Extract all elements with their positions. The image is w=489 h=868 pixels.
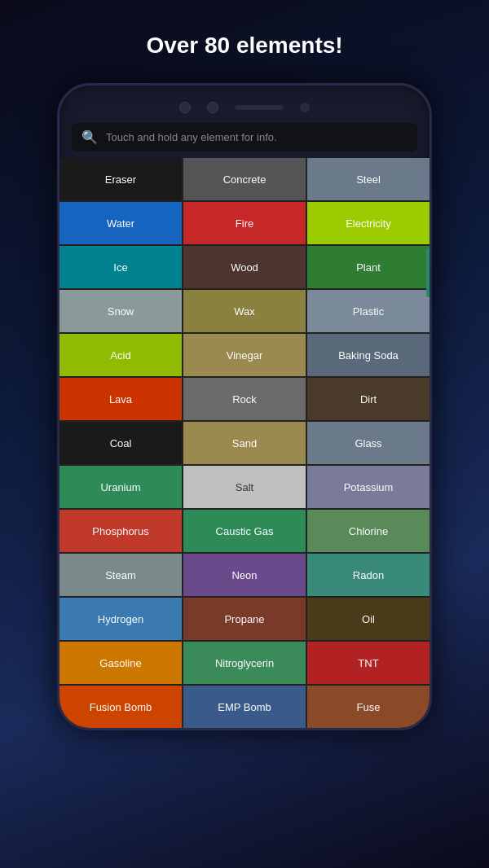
element-cell[interactable]: Caustic Gas xyxy=(183,510,306,552)
element-cell[interactable]: Glass xyxy=(307,422,430,464)
element-cell[interactable]: Chlorine xyxy=(307,510,430,552)
element-cell[interactable]: Uranium xyxy=(59,466,182,508)
phone-notch xyxy=(300,103,310,112)
element-cell[interactable]: Neon xyxy=(183,554,306,596)
element-cell[interactable]: Salt xyxy=(183,466,306,508)
element-cell[interactable]: EMP Bomb xyxy=(183,686,306,728)
page-title: Over 80 elements! xyxy=(146,33,342,59)
element-cell[interactable]: Vinegar xyxy=(183,334,306,376)
element-cell[interactable]: Eraser xyxy=(59,158,182,200)
phone-frame: 🔍 Touch and hold any element for info. E… xyxy=(57,83,432,730)
element-cell[interactable]: Sand xyxy=(183,422,306,464)
element-cell[interactable]: Nitroglycerin xyxy=(183,642,306,684)
search-hint: Touch and hold any element for info. xyxy=(106,131,277,143)
element-cell[interactable]: Steel xyxy=(307,158,430,200)
element-cell[interactable]: Gasoline xyxy=(59,642,182,684)
element-cell[interactable]: Phosphorus xyxy=(59,510,182,552)
element-cell[interactable]: Oil xyxy=(307,598,430,640)
side-accent xyxy=(426,248,430,297)
element-cell[interactable]: Potassium xyxy=(307,466,430,508)
search-icon: 🔍 xyxy=(82,129,98,145)
element-cell[interactable]: Coal xyxy=(59,422,182,464)
element-cell[interactable]: Steam xyxy=(59,554,182,596)
element-cell[interactable]: Concrete xyxy=(183,158,306,200)
search-bar: 🔍 Touch and hold any element for info. xyxy=(72,123,417,151)
element-cell[interactable]: Acid xyxy=(59,334,182,376)
element-cell[interactable]: Wax xyxy=(183,290,306,332)
speaker-bar xyxy=(235,105,284,110)
element-cell[interactable]: Fire xyxy=(183,202,306,244)
element-cell[interactable]: Fuse xyxy=(307,686,430,728)
element-cell[interactable]: TNT xyxy=(307,642,430,684)
element-cell[interactable]: Fusion Bomb xyxy=(59,686,182,728)
element-cell[interactable]: Plant xyxy=(307,246,430,288)
element-cell[interactable]: Rock xyxy=(183,378,306,420)
element-cell[interactable]: Hydrogen xyxy=(59,598,182,640)
elements-grid: EraserConcreteSteelWaterFireElectricityI… xyxy=(59,158,430,728)
element-cell[interactable]: Ice xyxy=(59,246,182,288)
element-cell[interactable]: Electricity xyxy=(307,202,430,244)
element-cell[interactable]: Lava xyxy=(59,378,182,420)
element-cell[interactable]: Propane xyxy=(183,598,306,640)
camera-right xyxy=(207,102,218,113)
element-cell[interactable]: Radon xyxy=(307,554,430,596)
camera-left xyxy=(179,102,191,113)
element-cell[interactable]: Plastic xyxy=(307,290,430,332)
phone-top-bar xyxy=(59,102,430,113)
element-cell[interactable]: Baking Soda xyxy=(307,334,430,376)
element-cell[interactable]: Wood xyxy=(183,246,306,288)
element-cell[interactable]: Snow xyxy=(59,290,182,332)
element-cell[interactable]: Water xyxy=(59,202,182,244)
element-cell[interactable]: Dirt xyxy=(307,378,430,420)
